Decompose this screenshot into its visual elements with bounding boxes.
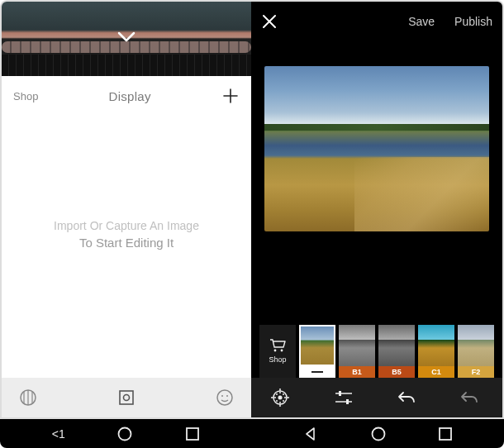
svg-point-7 — [281, 350, 283, 352]
svg-point-14 — [284, 397, 286, 398]
face-icon[interactable] — [215, 388, 235, 407]
filter-thumb — [418, 325, 454, 366]
filter-tag: C1 — [418, 366, 454, 378]
adjust-icon[interactable] — [334, 389, 357, 406]
redo-icon[interactable] — [459, 390, 483, 405]
svg-rect-1 — [120, 391, 133, 404]
filter-tag — [299, 366, 335, 378]
filter-b5[interactable]: B5 — [378, 325, 415, 378]
svg-point-5 — [226, 395, 228, 397]
svg-point-10 — [278, 396, 283, 400]
empty-line-2: To Start Editing It — [79, 236, 174, 250]
svg-point-12 — [279, 402, 281, 403]
filter-thumb — [458, 325, 494, 366]
nav-back-label[interactable]: <1 — [52, 427, 65, 441]
svg-point-17 — [276, 400, 278, 402]
svg-point-11 — [279, 392, 281, 393]
left-toolbar — [2, 378, 251, 417]
svg-point-18 — [283, 400, 284, 402]
nav-home-icon[interactable] — [370, 426, 387, 442]
right-top-bar: Save Publish — [251, 2, 502, 41]
svg-point-4 — [221, 395, 223, 397]
nav-home-icon[interactable] — [116, 426, 133, 442]
filter-b1[interactable]: B1 — [339, 325, 375, 378]
svg-point-6 — [274, 350, 277, 352]
shop-link[interactable]: Shop — [13, 90, 38, 102]
shop-tile[interactable]: Shop — [259, 325, 296, 378]
filter-thumb — [299, 325, 335, 366]
filter-thumb — [339, 325, 375, 366]
nav-back-icon[interactable] — [303, 427, 318, 441]
save-button[interactable]: Save — [408, 15, 435, 28]
capture-icon[interactable] — [116, 388, 136, 407]
undo-icon[interactable] — [397, 390, 420, 405]
filter-c1[interactable]: C1 — [418, 325, 454, 378]
svg-point-2 — [124, 395, 130, 401]
svg-point-13 — [274, 397, 276, 398]
svg-rect-24 — [440, 428, 451, 440]
page-title: Display — [38, 89, 221, 103]
filter-tag: F2 — [458, 366, 494, 378]
svg-rect-19 — [339, 391, 341, 396]
presets-icon[interactable] — [271, 388, 294, 407]
add-button[interactable] — [221, 87, 240, 105]
svg-rect-20 — [346, 399, 349, 404]
system-nav-bar: <1 — [0, 419, 504, 448]
nav-recent-icon[interactable] — [438, 427, 453, 441]
background-strip — [2, 2, 251, 76]
filter-tag: B5 — [378, 366, 415, 378]
filter-original[interactable] — [299, 325, 335, 378]
filter-tag: B1 — [339, 366, 375, 378]
publish-button[interactable]: Publish — [454, 15, 492, 28]
svg-point-16 — [283, 393, 284, 395]
svg-point-21 — [119, 427, 131, 440]
svg-point-3 — [217, 390, 232, 405]
svg-rect-22 — [187, 428, 198, 440]
shop-tile-label: Shop — [269, 355, 286, 364]
left-header: Shop Display — [2, 76, 251, 116]
filter-f2[interactable]: F2 — [458, 325, 494, 378]
close-button[interactable] — [261, 13, 278, 30]
nav-recent-icon[interactable] — [185, 427, 200, 441]
layers-icon[interactable] — [18, 388, 38, 407]
filter-thumb — [378, 325, 415, 366]
svg-point-23 — [372, 427, 384, 440]
chevron-down-icon[interactable] — [117, 31, 136, 43]
empty-line-1: Import Or Capture An Image — [54, 219, 199, 232]
cart-icon — [269, 339, 286, 352]
preview-image[interactable] — [264, 66, 489, 231]
svg-point-15 — [276, 393, 278, 395]
edit-toolbar — [251, 378, 502, 417]
empty-state: Import Or Capture An Image To Start Edit… — [2, 116, 251, 378]
filter-strip: Shop B1 B5 C1 F2 — [251, 325, 502, 378]
svg-rect-8 — [311, 371, 323, 373]
